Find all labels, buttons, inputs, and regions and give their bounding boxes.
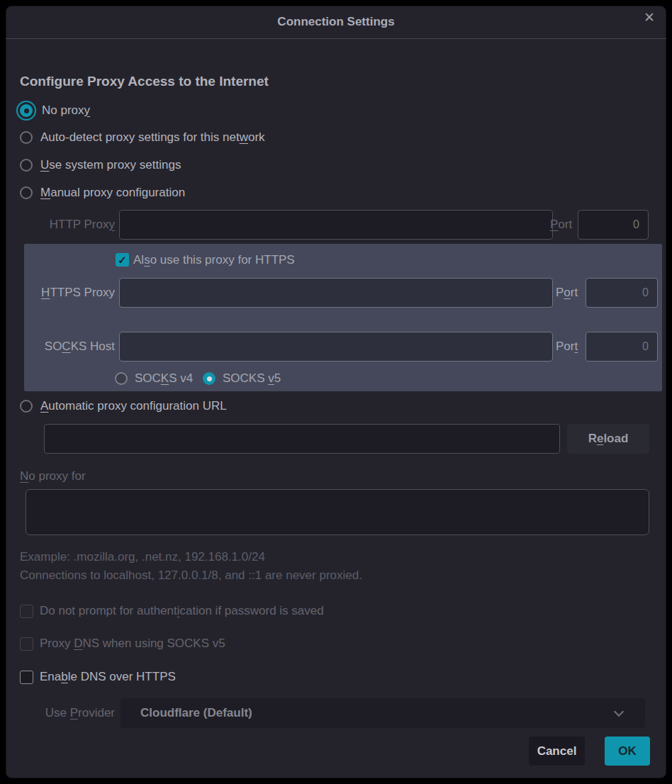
localhost-note: Connections to localhost, 127.0.0.1/8, a… bbox=[20, 569, 362, 583]
checkbox-unchecked-icon bbox=[20, 605, 33, 618]
radio-auto-url[interactable]: Automatic proxy configuration URL bbox=[20, 396, 227, 416]
enable-doh-label: Enable DNS over HTTPS bbox=[40, 670, 176, 684]
radio-selected-icon bbox=[203, 372, 215, 385]
socks-port-input[interactable] bbox=[586, 332, 658, 362]
dialog-title: Connection Settings bbox=[277, 15, 394, 29]
http-proxy-input[interactable] bbox=[119, 210, 553, 240]
socks-host-label: SOCKS Host bbox=[24, 332, 115, 362]
checkbox-unchecked-icon bbox=[20, 637, 33, 651]
radio-use-system[interactable]: Use system proxy settings bbox=[20, 155, 181, 175]
provider-dropdown-value: Cloudflare (Default) bbox=[121, 706, 252, 720]
radio-unselected-icon bbox=[20, 400, 33, 413]
https-proxy-input[interactable] bbox=[119, 278, 553, 308]
radio-manual-label: Manual proxy configuration bbox=[40, 186, 185, 200]
also-https-label: Also use this proxy for HTTPS bbox=[133, 253, 295, 267]
radio-socks-v5[interactable]: SOCKS v5 bbox=[203, 369, 281, 388]
checkbox-also-https[interactable]: ✓ Also use this proxy for HTTPS bbox=[116, 253, 295, 267]
no-prompt-auth-label: Do not prompt for authentication if pass… bbox=[40, 604, 324, 618]
radio-manual[interactable]: Manual proxy configuration bbox=[20, 183, 185, 203]
radio-socks-v4[interactable]: SOCKS v4 bbox=[115, 369, 193, 388]
radio-auto-url-label: Automatic proxy configuration URL bbox=[40, 399, 227, 413]
radio-auto-detect-label: Auto-detect proxy settings for this netw… bbox=[40, 130, 265, 145]
no-proxy-for-label: No proxy for bbox=[20, 466, 86, 486]
use-provider-label: Use Provider bbox=[20, 698, 115, 728]
dialog-titlebar: Connection Settings bbox=[6, 6, 666, 39]
cancel-button[interactable]: Cancel bbox=[529, 737, 585, 766]
checkbox-enable-doh[interactable]: Enable DNS over HTTPS bbox=[20, 670, 176, 684]
http-port-label: Port bbox=[550, 210, 572, 240]
reload-button[interactable]: Reload bbox=[567, 424, 649, 454]
connection-settings-dialog-screen: Connection Settings ✕ Configure Proxy Ac… bbox=[0, 0, 672, 784]
socks-v5-label: SOCKS v5 bbox=[223, 371, 281, 386]
checkbox-proxy-dns[interactable]: Proxy DNS when using SOCKS v5 bbox=[20, 637, 225, 651]
chevron-down-icon bbox=[614, 707, 624, 717]
radio-no-proxy-label: No proxy bbox=[42, 103, 90, 118]
page-title: Configure Proxy Access to the Internet bbox=[20, 74, 269, 89]
manual-proxy-panel: ✓ Also use this proxy for HTTPS HTTPS Pr… bbox=[24, 244, 662, 391]
socks-v4-label: SOCKS v4 bbox=[135, 371, 193, 386]
radio-unselected-icon bbox=[115, 372, 128, 385]
close-icon[interactable]: ✕ bbox=[639, 7, 659, 27]
https-proxy-label: HTTPS Proxy bbox=[24, 278, 115, 308]
auto-url-input[interactable] bbox=[44, 424, 560, 454]
ok-button[interactable]: OK bbox=[605, 737, 650, 766]
socks-host-input[interactable] bbox=[119, 332, 553, 362]
https-port-label: Port bbox=[556, 278, 578, 308]
connection-settings-dialog bbox=[6, 6, 666, 778]
radio-use-system-label: Use system proxy settings bbox=[40, 158, 181, 172]
socks-port-label: Port bbox=[556, 332, 578, 362]
radio-unselected-icon bbox=[20, 186, 33, 199]
radio-unselected-icon bbox=[20, 159, 33, 172]
http-proxy-label: HTTP Proxy bbox=[20, 210, 115, 240]
provider-dropdown[interactable]: Cloudflare (Default) bbox=[121, 698, 645, 728]
checkbox-no-prompt-auth[interactable]: Do not prompt for authentication if pass… bbox=[20, 604, 324, 618]
no-proxy-for-textarea[interactable] bbox=[26, 489, 649, 535]
example-note: Example: .mozilla.org, .net.nz, 192.168.… bbox=[20, 550, 265, 564]
radio-auto-detect[interactable]: Auto-detect proxy settings for this netw… bbox=[20, 128, 265, 147]
radio-unselected-icon bbox=[20, 131, 33, 144]
http-port-input[interactable] bbox=[578, 210, 649, 240]
radio-no-proxy[interactable]: No proxy bbox=[16, 101, 90, 121]
checkbox-unchecked-icon bbox=[20, 671, 33, 684]
proxy-dns-label: Proxy DNS when using SOCKS v5 bbox=[40, 637, 225, 651]
checkbox-checked-icon: ✓ bbox=[116, 253, 129, 267]
https-port-input[interactable] bbox=[586, 278, 658, 308]
radio-selected-icon bbox=[16, 101, 36, 121]
